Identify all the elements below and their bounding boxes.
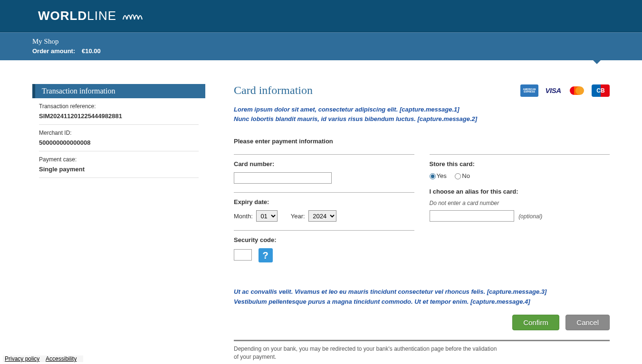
cb-card-icon: CB [592,84,610,97]
accepted-cards-row: AMERICAN EXPRESS VISA CB [520,84,610,97]
store-yes-radio[interactable] [430,173,436,179]
accessibility-link[interactable]: Accessibility [46,355,77,362]
confirm-button[interactable]: Confirm [512,315,559,330]
order-amount-value: €10.00 [82,47,101,55]
card-number-input[interactable] [234,172,332,184]
alias-hint: Do not enter a card number [430,200,610,206]
worldline-logo: WORLDLINE [38,9,145,23]
order-summary-bar: My Shop Order amount: €10.00 [0,32,642,60]
capture-message-1: Lorem ipsum dolor sit amet, consectetur … [234,105,610,114]
privacy-policy-link[interactable]: Privacy policy [5,355,39,362]
security-code-help-icon[interactable]: ? [259,248,273,262]
expiry-year-select[interactable]: 2024 [308,210,336,222]
info-label: Merchant ID: [39,130,199,136]
form-instruction: Please enter payment information [234,138,610,145]
capture-message-3: Ut ac convallis velit. Vivamus et leo eu… [234,288,610,296]
alias-input[interactable] [430,210,514,222]
alias-label: I choose an alias for this card: [430,188,610,195]
capture-message-4: Vestibulum pellentesque purus a magna ti… [234,298,610,306]
capture-message-2: Nunc lobortis blandit mauris, id varius … [234,115,610,123]
logo-wave-icon [122,9,145,23]
mastercard-card-icon [568,84,586,97]
optional-hint: (optional) [518,213,542,220]
redirect-note: Depending on your bank, you may be redir… [234,345,500,361]
store-no-option[interactable]: No [455,172,470,179]
expiry-month-select[interactable]: 01 [256,210,278,222]
info-item: Transaction reference: SIM20241120122544… [39,98,199,125]
security-code-input[interactable] [234,249,252,261]
expiry-date-label: Expiry date: [234,198,414,205]
info-item: Payment case: Single payment [39,151,199,178]
store-card-label: Store this card: [430,160,610,168]
logo-world-text: WORLD [38,9,87,23]
month-label: Month: [234,213,253,220]
store-yes-option[interactable]: Yes [430,172,447,179]
payment-case-value: Single payment [39,166,199,173]
amex-card-icon: AMERICAN EXPRESS [520,84,538,97]
security-code-label: Security code: [234,236,414,243]
logo-line-text: LINE [87,9,116,23]
card-number-label: Card number: [234,160,414,168]
footer-links: Privacy policy Accessibility [3,355,83,362]
store-no-radio[interactable] [455,173,461,179]
transaction-reference-value: SIM202411201225444982881 [39,112,199,120]
panel-title: Transaction information [32,84,205,98]
app-header: WORLDLINE [0,0,642,32]
info-label: Payment case: [39,156,199,163]
merchant-id-value: 500000000000008 [39,139,199,146]
shop-name: My Shop [32,37,642,46]
card-form: Card information AMERICAN EXPRESS VISA C… [234,84,610,364]
year-label: Year: [291,213,305,220]
transaction-info-panel: Transaction information Transaction refe… [32,84,205,178]
order-amount-label: Order amount: [32,47,75,55]
info-item: Merchant ID: 500000000000008 [39,125,199,151]
pointer-arrow-icon [592,59,602,64]
page-title: Card information [234,84,313,97]
visa-card-icon: VISA [544,84,562,97]
cancel-button[interactable]: Cancel [565,315,610,330]
info-label: Transaction reference: [39,103,199,110]
separator [234,340,610,341]
